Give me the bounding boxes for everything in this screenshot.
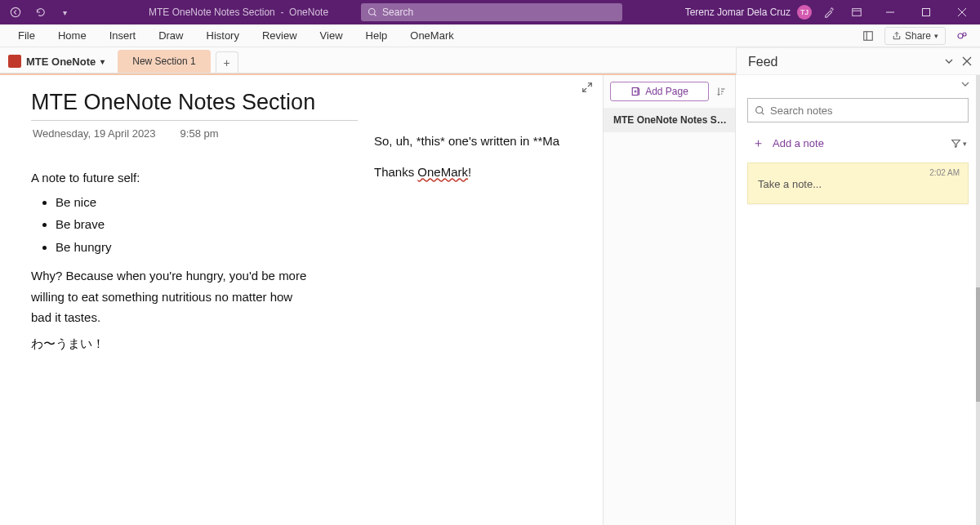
- tab-insert[interactable]: Insert: [98, 25, 148, 46]
- note-content[interactable]: A note to future self: Be nice Be brave …: [31, 167, 583, 354]
- expand-icon[interactable]: [581, 82, 593, 96]
- undo-icon[interactable]: [29, 2, 51, 23]
- page-title[interactable]: MTE OneNote Notes Section: [31, 87, 358, 121]
- svg-point-5: [958, 33, 963, 38]
- feed-panel: Feed ＋ Add a note ▾ 2:02 AM Take a: [735, 75, 980, 525]
- sticky-note-card[interactable]: 2:02 AM Take a note...: [747, 162, 969, 204]
- japanese-line[interactable]: わ〜うまい！: [31, 333, 583, 354]
- feed-search-input[interactable]: [770, 105, 933, 117]
- feed-title: Feed: [748, 55, 777, 69]
- svg-point-1: [369, 9, 376, 16]
- tab-history[interactable]: History: [195, 25, 251, 46]
- share-button[interactable]: Share ▾: [884, 27, 946, 45]
- fullpage-icon[interactable]: [857, 30, 880, 42]
- notebook-icon: [8, 55, 21, 68]
- ribbon-mode-icon[interactable]: [846, 2, 867, 23]
- copilot-icon[interactable]: [951, 29, 973, 42]
- svg-rect-4: [864, 31, 873, 40]
- bullet-item[interactable]: Be brave: [56, 214, 583, 235]
- note-timestamp: 2:02 AM: [929, 168, 960, 177]
- svg-rect-2: [853, 9, 862, 16]
- feed-filter-button[interactable]: ▾: [951, 138, 967, 149]
- note-text[interactable]: Take a note...: [758, 178, 958, 190]
- bullet-item[interactable]: Be hungry: [56, 237, 583, 258]
- note-canvas[interactable]: MTE OneNote Notes Section Wednesday, 19 …: [0, 75, 603, 525]
- global-search-input[interactable]: [382, 7, 595, 18]
- avatar[interactable]: TJ: [797, 5, 812, 20]
- close-feed-icon[interactable]: [962, 55, 972, 69]
- title-bar: ▾ MTE OneNote Notes Section - OneNote Te…: [0, 0, 980, 24]
- collapse-feed-icon[interactable]: [944, 55, 954, 69]
- tab-view[interactable]: View: [309, 25, 354, 46]
- tab-draw[interactable]: Draw: [147, 25, 194, 46]
- svg-point-9: [756, 106, 763, 113]
- maximize-button[interactable]: [908, 0, 944, 24]
- page-date: Wednesday, 19 April 2023: [33, 127, 156, 140]
- feed-scope-dropdown[interactable]: [736, 75, 980, 93]
- svg-point-0: [11, 7, 20, 16]
- tab-home[interactable]: Home: [47, 25, 98, 46]
- tab-review[interactable]: Review: [251, 25, 309, 46]
- feed-search[interactable]: [747, 98, 969, 122]
- plus-icon: ＋: [752, 136, 764, 151]
- search-icon: [368, 7, 377, 17]
- add-page-icon: [630, 87, 640, 96]
- paragraph[interactable]: Why? Because when you're hungry, you'd b…: [31, 265, 309, 328]
- sort-pages-icon[interactable]: [714, 87, 728, 96]
- add-section-button[interactable]: +: [216, 51, 238, 73]
- pen-icon[interactable]: [818, 2, 840, 23]
- feed-scrollbar[interactable]: [976, 75, 980, 525]
- back-icon[interactable]: [5, 2, 26, 23]
- window-title: MTE OneNote Notes Section - OneNote: [149, 7, 328, 18]
- float-line-1[interactable]: So, uh, *this* one's written in **Ma: [374, 131, 566, 152]
- feed-header: Feed: [736, 47, 980, 75]
- bullet-item[interactable]: Be nice: [56, 192, 583, 213]
- notebook-dropdown[interactable]: MTE OneNote ▾: [0, 50, 113, 73]
- page-list-item[interactable]: MTE OneNote Notes Sect...: [604, 108, 735, 132]
- page-time: 9:58 pm: [180, 127, 219, 140]
- page-list-panel: Add Page MTE OneNote Notes Sect...: [603, 75, 735, 525]
- section-tab[interactable]: New Section 1: [118, 50, 210, 73]
- minimize-button[interactable]: [872, 0, 908, 24]
- search-icon: [755, 105, 765, 116]
- tab-help[interactable]: Help: [354, 25, 399, 46]
- share-icon: [892, 31, 902, 41]
- ribbon: File Home Insert Draw History Review Vie…: [0, 24, 980, 47]
- filter-icon: [951, 138, 961, 149]
- close-button[interactable]: [944, 0, 980, 24]
- add-page-button[interactable]: Add Page: [610, 82, 709, 101]
- user-name[interactable]: Terenz Jomar Dela Cruz: [685, 7, 791, 18]
- tab-onemark[interactable]: OneMark: [399, 25, 465, 46]
- global-search[interactable]: [361, 3, 622, 21]
- svg-rect-3: [923, 9, 930, 16]
- tab-file[interactable]: File: [7, 25, 47, 46]
- qat-customize-icon[interactable]: ▾: [54, 2, 75, 23]
- floating-note[interactable]: So, uh, *this* one's written in **Ma Tha…: [374, 131, 566, 182]
- add-note-button[interactable]: ＋ Add a note: [752, 136, 824, 151]
- svg-point-6: [963, 33, 966, 36]
- float-line-2[interactable]: Thanks OneMark!: [374, 162, 566, 183]
